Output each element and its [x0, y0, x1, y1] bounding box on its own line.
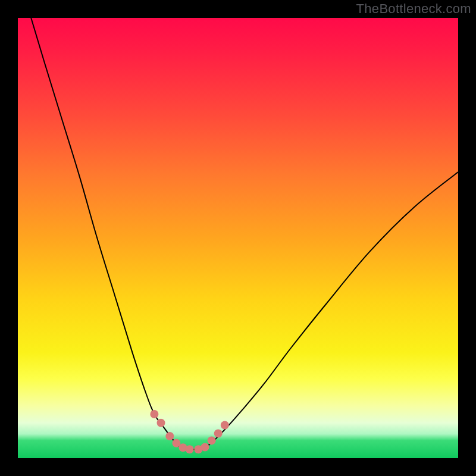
watermark-text: TheBottleneck.com [356, 1, 471, 17]
trough-marker [208, 436, 216, 444]
bottleneck-curve-left [31, 18, 185, 449]
trough-markers [150, 410, 228, 453]
trough-marker [214, 430, 223, 438]
trough-marker [186, 445, 194, 453]
trough-marker [150, 410, 158, 418]
chart-frame: TheBottleneck.com [0, 0, 476, 476]
trough-marker [165, 432, 174, 440]
chart-svg [18, 18, 458, 458]
trough-marker [221, 421, 229, 430]
plot-area [18, 18, 458, 458]
bottleneck-curve-right [203, 172, 458, 449]
trough-marker [201, 443, 209, 452]
trough-marker [157, 419, 165, 427]
